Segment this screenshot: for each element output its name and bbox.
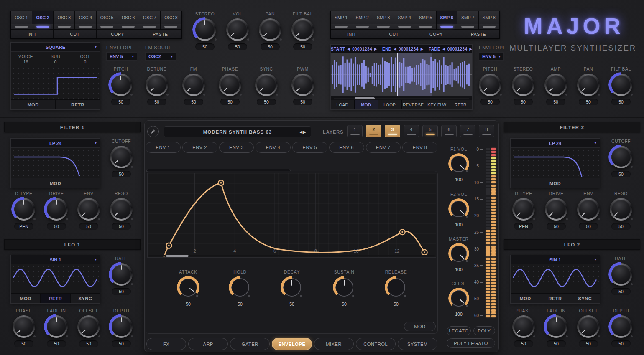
tab-env-5[interactable]: ENV 5 [292,142,327,153]
preset-selector[interactable]: MODERN SYNTH BASS 03 ◀▶ [164,126,311,137]
envelope-point[interactable] [218,180,224,185]
sample-retr-button[interactable]: RETR [449,100,473,109]
sample-reverse-button[interactable]: REVERSE [402,100,425,109]
lfo2-depth-knob[interactable] [610,315,632,338]
decay-knob[interactable] [281,276,303,298]
filter1-drive-knob[interactable] [45,198,68,221]
graph-scrollbar[interactable] [148,255,435,256]
tab-osc-2[interactable]: OSC 2 [32,11,53,24]
osc-cut-button[interactable]: CUT [54,30,96,38]
tab-osc-8[interactable]: OSC 8 [161,11,181,24]
osc-init-button[interactable]: INIT [11,30,53,38]
master-knob[interactable] [449,243,469,264]
envelope-point[interactable] [400,229,405,235]
sample-keyflw-button[interactable]: KEY FLW [425,100,449,109]
lfo2-offset-knob[interactable] [577,315,600,338]
tab-envelope[interactable]: ENVELOPE [272,338,312,350]
tab-smp-1[interactable]: SMP 1 [331,11,352,24]
tab-fx[interactable]: FX [146,338,186,350]
lfo1-phase-knob[interactable] [13,315,35,338]
layer-button-3[interactable]: 3 [385,125,400,137]
smp-init-button[interactable]: INIT [331,30,373,38]
osc-voice-param[interactable]: VOICE 16 [11,54,41,64]
f2vol-knob[interactable] [449,199,469,219]
layer-button-2[interactable]: 2 [366,125,381,137]
filter2-dtype-knob[interactable] [512,198,535,221]
lfo1-depth-knob[interactable] [110,315,133,338]
smp-cut-button[interactable]: CUT [373,30,415,38]
osc-paste-button[interactable]: PASTE [139,30,181,38]
osc-copy-button[interactable]: COPY [97,30,139,38]
lfo2-type-select[interactable]: SIN 1 ▾ [511,255,600,264]
lfo1-rate-knob[interactable] [110,263,133,286]
sample-fade-next-arrow[interactable]: ▶ [469,47,472,51]
tab-smp-7[interactable]: SMP 7 [457,11,478,24]
sample-fade-value[interactable]: 00001234 [447,47,468,51]
filter1-mod-button[interactable]: MOD [11,178,100,188]
lfo2-phase-knob[interactable] [512,315,535,338]
filter2-mod-button[interactable]: MOD [511,178,600,188]
filter2-drive-knob[interactable] [545,198,567,221]
osc-wave-select[interactable]: SQUARE ▾ [11,43,100,52]
tab-env-4[interactable]: ENV 4 [256,142,291,153]
osc-detune-knob[interactable] [146,74,168,96]
sample-end-next-arrow[interactable]: ▶ [421,47,424,51]
sustain-knob[interactable] [333,276,355,298]
legato-button[interactable]: LEGATO [447,326,471,335]
smp-pan-knob[interactable] [577,74,600,96]
lfo2-fadein-knob[interactable] [545,315,567,338]
filter1-reso-knob[interactable] [110,198,133,221]
tab-system[interactable]: SYSTEM [398,338,437,350]
sample-load-button[interactable]: LOAD [331,100,354,109]
filter1-env-knob[interactable] [77,198,100,221]
osc-fm-knob[interactable] [182,74,205,96]
sample-scrollbar-thumb[interactable] [355,97,374,99]
layer-button-1[interactable]: 1 [347,125,363,137]
graph-scrollbar-thumb[interactable] [166,255,189,257]
smp-copy-button[interactable]: COPY [415,30,457,38]
lfo2-retr-button[interactable]: RETR [540,294,570,303]
tab-smp-4[interactable]: SMP 4 [394,11,415,24]
tab-env-7[interactable]: ENV 7 [366,142,401,153]
osc-retr-button[interactable]: RETR [56,100,100,109]
lfo1-fadein-knob[interactable] [45,315,68,338]
osc-envelope-select[interactable]: ENV 5 ▾ [106,52,137,61]
lfo1-offset-knob[interactable] [77,315,100,338]
sample-end-value[interactable]: 00001234 [399,47,419,51]
lfo1-type-select[interactable]: SIN 1 ▾ [11,255,100,264]
envelope-point[interactable] [422,250,427,255]
layer-button-8[interactable]: 8 [479,125,494,137]
sample-waveform-display[interactable] [331,53,472,96]
smp-stereo-knob[interactable] [512,74,534,96]
smp-paste-button[interactable]: PASTE [457,30,499,38]
f1vol-knob[interactable] [449,154,469,174]
poly-legato-button[interactable]: POLY LEGATO [447,338,495,348]
attack-knob[interactable] [177,276,199,298]
preset-prev-arrow[interactable]: ◀ [299,130,303,134]
tab-osc-1[interactable]: OSC 1 [11,11,32,24]
layer-button-5[interactable]: 5 [422,125,438,137]
smp-filtbal-knob[interactable] [610,74,632,96]
hold-knob[interactable] [229,276,251,298]
lfo2-mod-button[interactable]: MOD [511,294,540,303]
mix-filtbal-knob[interactable] [291,18,314,41]
osc-mod-button[interactable]: MOD [11,100,55,109]
sample-loop-button[interactable]: LOOP [378,100,401,109]
fm-source-select[interactable]: OSC2 ▾ [145,52,176,61]
mix-vol-knob[interactable] [226,18,249,41]
tab-env-2[interactable]: ENV 2 [182,142,217,153]
plug-button[interactable] [147,126,159,137]
osc-sync-knob[interactable] [255,74,278,96]
mix-pan-knob[interactable] [259,18,281,41]
preset-next-arrow[interactable]: ▶ [303,130,307,134]
glide-knob[interactable] [449,288,469,308]
poly-button[interactable]: POLY [473,326,495,335]
lfo1-wave-display[interactable] [11,264,100,293]
tab-env-8[interactable]: ENV 8 [402,142,437,153]
sample-end-prev-arrow[interactable]: ◀ [394,47,396,51]
sample-start-next-arrow[interactable]: ▶ [374,47,377,51]
sample-start-value[interactable]: 00001234 [352,47,372,51]
lfo1-mod-button[interactable]: MOD [11,294,40,303]
filter1-curve-display[interactable] [11,148,100,178]
layer-button-6[interactable]: 6 [441,125,457,137]
